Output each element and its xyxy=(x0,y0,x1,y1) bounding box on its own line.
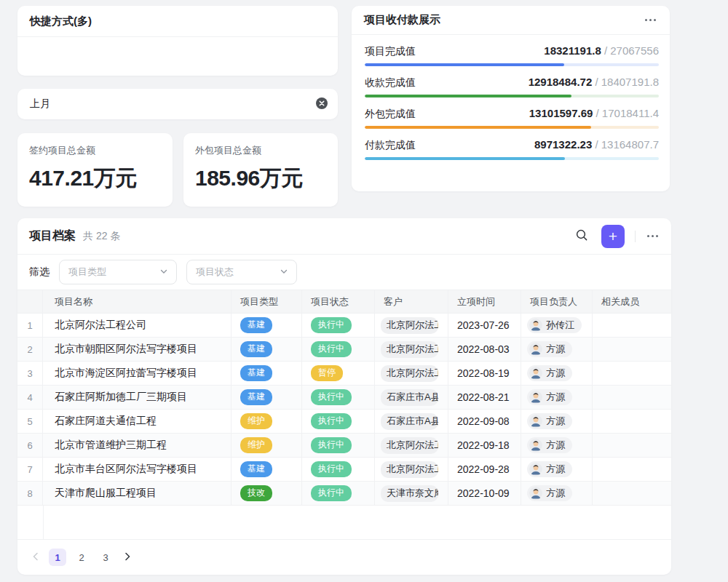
metric-row: 项目完成值 18321191.8 / 27067556 xyxy=(365,44,659,66)
owner-pill: 方源 xyxy=(527,389,572,405)
owner-name: 方源 xyxy=(546,415,565,428)
table-row[interactable]: 3 北京市海淀区阿拉蕾写字楼项目 基建 暂停 北京阿尔法工 2022-08-19… xyxy=(17,362,671,386)
column-header-name: 项目名称 xyxy=(43,290,232,313)
select-placeholder: 项目类型 xyxy=(68,266,106,279)
owner-pill: 方源 xyxy=(527,365,572,381)
circle-x-icon xyxy=(315,97,328,112)
table-row[interactable]: 7 北京市丰台区阿尔法写字楼项目 基建 执行中 北京阿尔法工 2022-09-2… xyxy=(17,458,671,482)
column-header-owner: 项目负责人 xyxy=(521,290,593,313)
archive-title: 项目档案 xyxy=(29,228,76,244)
metric-total: / 27067556 xyxy=(601,44,659,57)
project-status-badge: 执行中 xyxy=(311,341,352,357)
stat-value: 417.21万元 xyxy=(29,164,161,194)
stat-card-outsource-total: 外包项目总金额 185.96万元 xyxy=(183,133,338,207)
project-name: 北京市朝阳区阿尔法写字楼项目 xyxy=(43,338,232,361)
column-header-type: 项目类型 xyxy=(232,290,302,313)
table-row[interactable]: 6 北京市管道维护三期工程 维护 执行中 北京阿尔法工 2022-09-18 方… xyxy=(17,434,671,458)
table-row[interactable]: 8 天津市爬山服工程项目 技改 执行中 天津市奈文摩 2022-10-09 方源 xyxy=(17,482,671,506)
chevron-left-icon xyxy=(31,551,41,564)
table-body: 1 北京阿尔法工程公司 基建 执行中 北京阿尔法工 2023-07-26 孙传江… xyxy=(17,314,671,506)
project-date: 2022-09-18 xyxy=(448,434,521,457)
project-type-badge: 基建 xyxy=(240,461,272,477)
column-header-date: 立项时间 xyxy=(448,290,521,313)
project-name: 北京阿尔法工程公司 xyxy=(43,314,232,337)
column-header-members: 相关成员 xyxy=(593,290,671,313)
avatar xyxy=(529,439,542,452)
ellipsis-menu-icon[interactable] xyxy=(646,232,660,240)
page-button-1[interactable]: 1 xyxy=(49,549,66,566)
search-button[interactable] xyxy=(572,226,591,247)
metrics-list: 项目完成值 18321191.8 / 27067556 收款完成值 129184… xyxy=(352,35,670,160)
metric-value: 18321191.8 xyxy=(544,44,601,57)
owner-pill: 方源 xyxy=(527,413,572,429)
metric-row: 外包完成值 13101597.69 / 17018411.4 xyxy=(365,107,659,129)
column-header-status: 项目状态 xyxy=(302,290,375,313)
progress-bar-track xyxy=(365,126,659,129)
customer-pill: 天津市奈文摩 xyxy=(381,485,438,502)
related-members xyxy=(593,410,671,433)
project-date: 2022-09-28 xyxy=(448,458,521,481)
table-row[interactable]: 4 石家庄阿斯加德工厂三期项目 基建 执行中 石家庄市A县 2022-08-21… xyxy=(17,386,671,410)
stat-label: 签约项目总金额 xyxy=(29,144,161,157)
stat-value: 185.96万元 xyxy=(195,164,326,194)
add-record-button[interactable]: + xyxy=(601,225,625,248)
project-name: 石家庄阿斯加德工厂三期项目 xyxy=(43,386,232,409)
dashboard: 快捷方式(多) 上月 签约项目总金额 417.21万元 外包项目总金额 185.… xyxy=(0,0,728,582)
project-name: 北京市海淀区阿拉蕾写字楼项目 xyxy=(43,362,232,385)
metric-label: 付款完成值 xyxy=(365,139,416,152)
project-status-select[interactable]: 项目状态 xyxy=(186,260,297,284)
table-header-row: 项目名称 项目类型 项目状态 客户 立项时间 项目负责人 相关成员 xyxy=(17,290,671,314)
metric-row: 收款完成值 12918484.72 / 18407191.8 xyxy=(365,76,659,97)
payments-card: 项目收付款展示 项目完成值 18321191.8 / 27067556 收款完成… xyxy=(352,6,670,191)
row-index: 3 xyxy=(17,362,43,385)
owner-pill: 孙传江 xyxy=(527,317,582,333)
pagination: 123 xyxy=(17,540,671,575)
metric-total: / 18407191.8 xyxy=(592,76,659,88)
project-type-badge: 基建 xyxy=(240,341,272,357)
project-type-badge: 维护 xyxy=(240,413,272,429)
row-index: 4 xyxy=(17,386,43,409)
avatar xyxy=(529,367,542,380)
owner-name: 方源 xyxy=(546,343,565,356)
row-index: 8 xyxy=(17,482,43,505)
payments-card-title: 项目收付款展示 xyxy=(364,13,440,27)
project-status-badge: 执行中 xyxy=(311,389,352,405)
owner-name: 方源 xyxy=(546,439,565,452)
table-row[interactable]: 5 石家庄阿道夫通信工程 维护 执行中 石家庄市A县 2022-09-08 方源 xyxy=(17,410,671,434)
progress-bar-fill xyxy=(365,63,564,66)
shortcut-card-title: 快捷方式(多) xyxy=(30,15,92,28)
date-filter-chip[interactable]: 上月 xyxy=(17,89,338,119)
shortcut-card: 快捷方式(多) xyxy=(17,6,338,76)
project-type-select[interactable]: 项目类型 xyxy=(59,260,177,284)
chevron-down-icon xyxy=(280,266,288,279)
stat-label: 外包项目总金额 xyxy=(195,144,326,157)
project-status-badge: 执行中 xyxy=(311,413,352,429)
owner-name: 方源 xyxy=(546,487,565,500)
avatar xyxy=(529,343,542,356)
metric-value: 12918484.72 xyxy=(529,76,593,88)
project-name: 北京市管道维护三期工程 xyxy=(43,434,232,457)
project-status-badge: 执行中 xyxy=(311,461,352,477)
page-button-2[interactable]: 2 xyxy=(73,549,90,566)
project-date: 2022-08-03 xyxy=(448,338,521,361)
project-name: 天津市爬山服工程项目 xyxy=(43,482,232,505)
project-type-badge: 基建 xyxy=(240,365,272,381)
clear-filter-button[interactable] xyxy=(315,97,328,111)
row-index: 7 xyxy=(17,458,43,481)
owner-name: 方源 xyxy=(546,391,565,404)
progress-bar-track xyxy=(365,157,659,160)
customer-pill: 北京阿尔法工 xyxy=(381,365,438,382)
prev-page-button[interactable] xyxy=(29,550,42,565)
ellipsis-menu-icon[interactable] xyxy=(644,16,657,24)
project-name: 石家庄阿道夫通信工程 xyxy=(43,410,232,433)
project-type-badge: 维护 xyxy=(240,437,272,453)
row-index: 1 xyxy=(17,314,43,337)
table-row[interactable]: 1 北京阿尔法工程公司 基建 执行中 北京阿尔法工 2023-07-26 孙传江 xyxy=(17,314,671,338)
related-members xyxy=(593,338,671,361)
page-button-3[interactable]: 3 xyxy=(97,549,114,566)
date-filter-label: 上月 xyxy=(30,97,50,111)
next-page-button[interactable] xyxy=(121,550,134,565)
table-row[interactable]: 2 北京市朝阳区阿尔法写字楼项目 基建 执行中 北京阿尔法工 2022-08-0… xyxy=(17,338,671,362)
owner-pill: 方源 xyxy=(527,461,572,477)
avatar xyxy=(529,319,542,332)
